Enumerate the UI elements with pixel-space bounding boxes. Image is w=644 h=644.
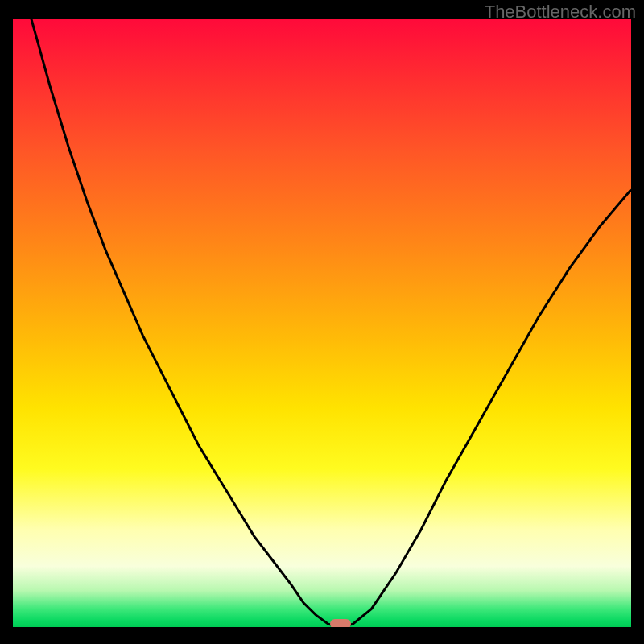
bottleneck-curve (13, 19, 631, 627)
watermark-text: TheBottleneck.com (485, 2, 636, 23)
chart-plot-area (13, 19, 631, 627)
optimal-point-marker (330, 619, 351, 627)
